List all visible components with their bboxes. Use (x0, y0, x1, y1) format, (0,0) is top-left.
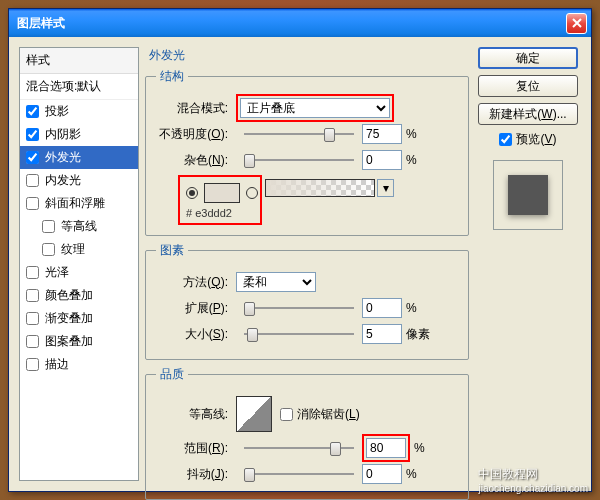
close-icon (572, 18, 582, 28)
contour-label: 等高线: (156, 406, 236, 423)
style-checkbox[interactable] (26, 335, 39, 348)
styles-panel: 样式 混合选项:默认 投影内阴影外发光内发光斜面和浮雕等高线纹理光泽颜色叠加渐变… (19, 47, 139, 481)
style-label: 描边 (45, 356, 69, 373)
style-checkbox[interactable] (26, 174, 39, 187)
color-gradient-radio[interactable] (246, 187, 258, 199)
style-checkbox[interactable] (26, 266, 39, 279)
style-item-5[interactable]: 等高线 (20, 215, 138, 238)
jitter-unit: % (406, 467, 436, 481)
panel-title: 外发光 (145, 47, 469, 64)
antialias-checkbox[interactable] (280, 408, 293, 421)
noise-slider[interactable] (244, 152, 354, 168)
spread-unit: % (406, 301, 436, 315)
preview-checkbox[interactable] (499, 133, 512, 146)
style-checkbox[interactable] (26, 105, 39, 118)
antialias-label: 消除锯齿(L) (297, 406, 360, 423)
style-item-6[interactable]: 纹理 (20, 238, 138, 261)
spread-row: 扩展(P): % (156, 297, 458, 319)
technique-row: 方法(Q): 柔和 (156, 271, 458, 293)
style-label: 渐变叠加 (45, 310, 93, 327)
style-item-8[interactable]: 颜色叠加 (20, 284, 138, 307)
ok-button[interactable]: 确定 (478, 47, 578, 69)
blend-options-default[interactable]: 混合选项:默认 (20, 74, 138, 100)
style-label: 内阴影 (45, 126, 81, 143)
noise-input[interactable] (362, 150, 402, 170)
titlebar[interactable]: 图层样式 (9, 9, 591, 37)
structure-legend: 结构 (156, 68, 188, 85)
style-checkbox[interactable] (42, 243, 55, 256)
close-button[interactable] (566, 13, 587, 34)
jitter-label: 抖动(J): (156, 466, 236, 483)
style-label: 颜色叠加 (45, 287, 93, 304)
spread-input[interactable] (362, 298, 402, 318)
opacity-row: 不透明度(O): % (156, 123, 458, 145)
style-item-4[interactable]: 斜面和浮雕 (20, 192, 138, 215)
style-label: 纹理 (61, 241, 85, 258)
gradient-dropdown[interactable]: ▾ (377, 179, 394, 197)
element-legend: 图素 (156, 242, 188, 259)
blend-mode-label: 混合模式: (156, 100, 236, 117)
opacity-label: 不透明度(O): (156, 126, 236, 143)
opacity-unit: % (406, 127, 436, 141)
range-input[interactable] (366, 438, 406, 458)
size-label: 大小(S): (156, 326, 236, 343)
contour-row: 等高线: 消除锯齿(L) (156, 395, 458, 433)
style-checkbox[interactable] (26, 197, 39, 210)
blend-mode-select[interactable]: 正片叠底 (240, 98, 390, 118)
style-label: 斜面和浮雕 (45, 195, 105, 212)
style-checkbox[interactable] (26, 128, 39, 141)
noise-unit: % (406, 153, 436, 167)
size-slider[interactable] (244, 326, 354, 342)
noise-row: 杂色(N): % (156, 149, 458, 171)
range-row: 范围(R): % (156, 437, 458, 459)
preview-thumbnail (508, 175, 548, 215)
jitter-input[interactable] (362, 464, 402, 484)
blend-mode-highlight: 正片叠底 (236, 94, 394, 122)
style-label: 等高线 (61, 218, 97, 235)
color-hex-note: # e3ddd2 (182, 207, 258, 221)
range-unit: % (414, 441, 444, 455)
style-item-2[interactable]: 外发光 (20, 146, 138, 169)
style-label: 光泽 (45, 264, 69, 281)
style-label: 投影 (45, 103, 69, 120)
style-item-0[interactable]: 投影 (20, 100, 138, 123)
gradient-preview[interactable] (265, 179, 375, 197)
technique-label: 方法(Q): (156, 274, 236, 291)
style-item-3[interactable]: 内发光 (20, 169, 138, 192)
titlebar-title: 图层样式 (13, 15, 566, 32)
spread-slider[interactable] (244, 300, 354, 316)
preview-label: 预览(V) (516, 131, 556, 148)
style-checkbox[interactable] (26, 312, 39, 325)
range-slider[interactable] (244, 440, 354, 456)
style-checkbox[interactable] (26, 151, 39, 164)
layer-style-dialog: 图层样式 样式 混合选项:默认 投影内阴影外发光内发光斜面和浮雕等高线纹理光泽颜… (8, 8, 592, 492)
style-item-1[interactable]: 内阴影 (20, 123, 138, 146)
preview-box (493, 160, 563, 230)
size-input[interactable] (362, 324, 402, 344)
color-highlight: # e3ddd2 (178, 175, 262, 225)
blend-mode-row: 混合模式: 正片叠底 (156, 97, 458, 119)
style-checkbox[interactable] (26, 289, 39, 302)
style-item-10[interactable]: 图案叠加 (20, 330, 138, 353)
style-item-7[interactable]: 光泽 (20, 261, 138, 284)
jitter-slider[interactable] (244, 466, 354, 482)
quality-legend: 品质 (156, 366, 188, 383)
right-panel: 确定 复位 新建样式(W)... 预览(V) (475, 47, 581, 481)
style-checkbox[interactable] (42, 220, 55, 233)
style-item-11[interactable]: 描边 (20, 353, 138, 376)
opacity-slider[interactable] (244, 126, 354, 142)
contour-picker[interactable] (236, 396, 272, 432)
styles-header[interactable]: 样式 (20, 48, 138, 74)
color-solid-radio[interactable] (186, 187, 198, 199)
technique-select[interactable]: 柔和 (236, 272, 316, 292)
element-group: 图素 方法(Q): 柔和 扩展(P): % 大小(S): 像素 (145, 242, 469, 360)
style-checkbox[interactable] (26, 358, 39, 371)
opacity-input[interactable] (362, 124, 402, 144)
quality-group: 品质 等高线: 消除锯齿(L) 范围(R): % 抖动(J): (145, 366, 469, 500)
cancel-button[interactable]: 复位 (478, 75, 578, 97)
preview-checkbox-row[interactable]: 预览(V) (499, 131, 556, 148)
gradient-area: ▾ (265, 179, 394, 197)
style-item-9[interactable]: 渐变叠加 (20, 307, 138, 330)
color-swatch[interactable] (204, 183, 240, 203)
new-style-button[interactable]: 新建样式(W)... (478, 103, 578, 125)
